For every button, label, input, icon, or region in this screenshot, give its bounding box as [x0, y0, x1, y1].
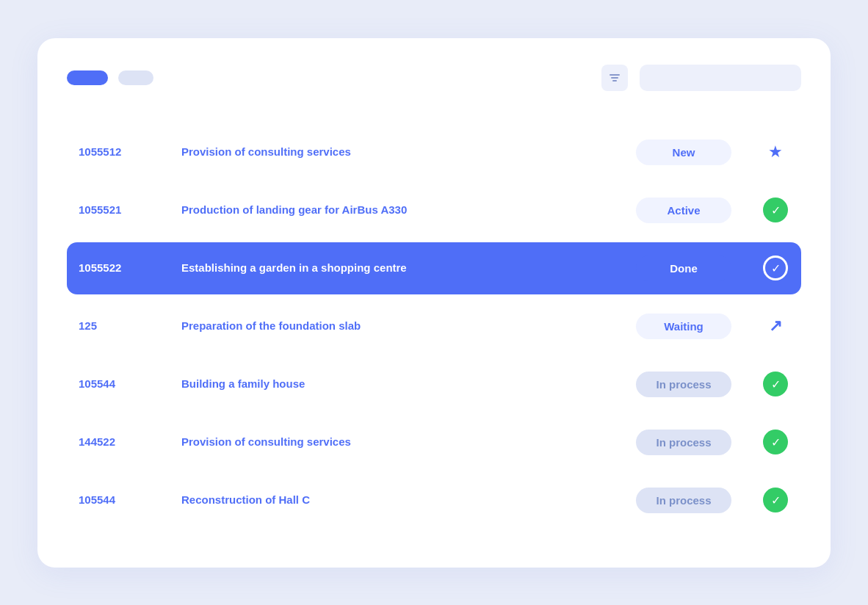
action-cell[interactable]: ★: [750, 126, 801, 178]
row-id: 1055522: [79, 261, 121, 274]
svg-rect-1: [611, 77, 618, 79]
row-name: Establishing a garden in a shopping cent…: [181, 261, 407, 274]
table-row[interactable]: 1055521Production of landing gear for Ai…: [67, 184, 801, 236]
action-cell[interactable]: ✓: [750, 184, 801, 236]
search-input[interactable]: [640, 65, 801, 91]
table-row[interactable]: 105544Building a family houseIn process✓: [67, 358, 801, 410]
row-name: Preparation of the foundation slab: [181, 319, 361, 332]
toolbar: [67, 65, 801, 91]
table-row[interactable]: 144522Provision of consulting servicesIn…: [67, 416, 801, 468]
action-cell[interactable]: ✓: [750, 416, 801, 468]
action-cell[interactable]: ✓: [750, 242, 801, 294]
row-id: 144522: [79, 435, 115, 448]
row-id: 1055521: [79, 203, 121, 216]
action-cell[interactable]: ✓: [750, 358, 801, 410]
row-name: Provision of consulting services: [181, 435, 351, 448]
filter-icon[interactable]: [601, 65, 628, 91]
status-badge: In process: [636, 488, 731, 513]
check-green-icon[interactable]: ✓: [763, 198, 788, 222]
svg-rect-0: [610, 74, 620, 76]
table-row[interactable]: 105544Reconstruction of Hall CIn process…: [67, 474, 801, 526]
status-badge: Done: [636, 256, 731, 281]
svg-rect-2: [612, 80, 617, 81]
status-badge: New: [636, 140, 731, 165]
secondary-button[interactable]: [118, 70, 153, 85]
status-badge: Waiting: [636, 314, 731, 339]
action-cell[interactable]: ✓: [750, 474, 801, 526]
data-table: 1055512Provision of consulting servicesN…: [67, 120, 801, 532]
table-row[interactable]: 125Preparation of the foundation slabWai…: [67, 300, 801, 352]
status-badge: In process: [636, 372, 731, 397]
check-green-icon[interactable]: ✓: [763, 430, 788, 454]
check-white-icon[interactable]: ✓: [763, 256, 788, 280]
table-row[interactable]: 1055522Establishing a garden in a shoppi…: [67, 242, 801, 294]
table-row[interactable]: 1055512Provision of consulting servicesN…: [67, 126, 801, 178]
status-badge: In process: [636, 430, 731, 455]
row-id: 105544: [79, 377, 115, 390]
row-id: 125: [79, 319, 97, 332]
check-green-icon[interactable]: ✓: [763, 488, 788, 512]
row-name: Building a family house: [181, 377, 305, 390]
row-id: 105544: [79, 493, 115, 506]
row-id: 1055512: [79, 145, 121, 158]
row-name: Provision of consulting services: [181, 145, 351, 158]
row-name: Reconstruction of Hall C: [181, 493, 310, 506]
action-cell[interactable]: ↗: [750, 300, 801, 352]
primary-button[interactable]: [67, 70, 108, 85]
row-name: Production of landing gear for AirBus A3…: [181, 203, 407, 216]
status-badge: Active: [636, 198, 731, 223]
check-green-icon[interactable]: ✓: [763, 372, 788, 396]
star-icon[interactable]: ★: [768, 142, 783, 161]
trend-icon[interactable]: ↗: [769, 316, 782, 335]
main-card: 1055512Provision of consulting servicesN…: [37, 38, 831, 568]
